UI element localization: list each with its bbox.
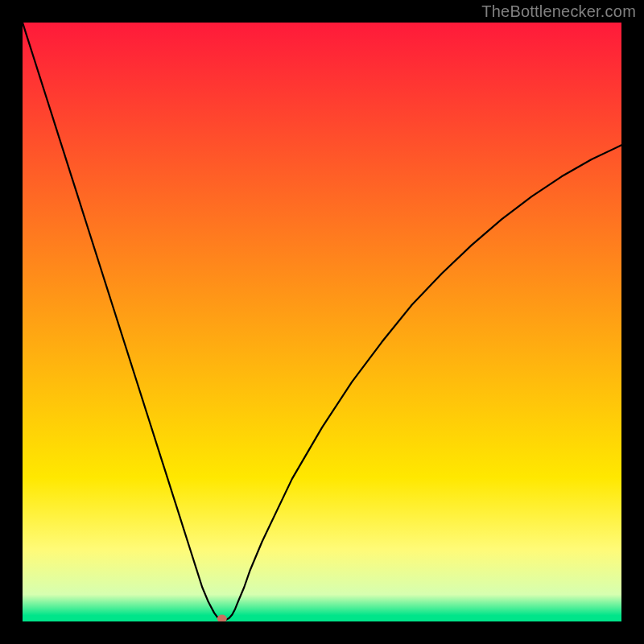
chart-svg <box>23 23 621 621</box>
gradient-background <box>23 23 621 621</box>
chart-frame: TheBottlenecker.com <box>0 0 644 644</box>
watermark: TheBottlenecker.com <box>481 2 636 21</box>
plot-area <box>23 23 621 621</box>
